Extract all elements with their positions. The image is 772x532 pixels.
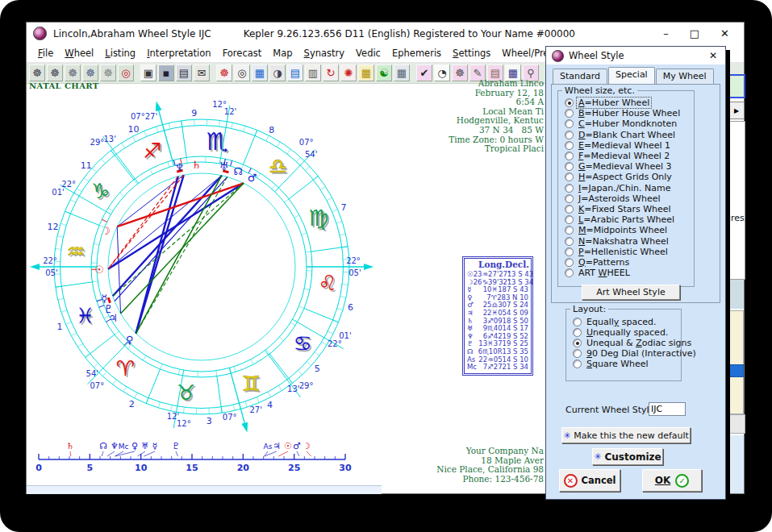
wheel-option-h-aspect-grids-only[interactable]: H=Aspect Grids Only	[558, 172, 694, 182]
menu-ephemeris[interactable]: Ephemeris	[386, 46, 447, 60]
radio-label: N=Nakshatra Wheel	[577, 236, 670, 247]
menu-wheel[interactable]: Wheel	[59, 46, 99, 60]
layout-option-unequally-spaced[interactable]: Unequally spaced.	[566, 327, 681, 338]
title-bar: Lincoln,Abraham Wheel Style IJC Kepler 9…	[27, 23, 744, 44]
dual-screen-icon[interactable]: ▦	[252, 64, 268, 81]
aspect-lines	[108, 175, 244, 333]
wheel-option-n-nakshatra-wheel[interactable]: N=Nakshatra Wheel	[558, 235, 694, 246]
wheel-option-q-patterns[interactable]: Q=Patterns	[558, 257, 694, 268]
contrast-icon[interactable]: ◑	[269, 64, 286, 81]
layout-option-equally-spaced[interactable]: Equally spaced.	[566, 317, 681, 327]
ruler-sun-glyph: ☉	[284, 441, 292, 451]
dial-window-icon[interactable]: ◎	[234, 64, 250, 81]
ruler-node-glyph: ☊	[99, 441, 107, 451]
wheel-option-g-medieval-wheel-3[interactable]: G=Medieval Wheel 3	[558, 161, 694, 172]
export-image-icon[interactable]: ▣	[140, 64, 156, 81]
menu-vedic[interactable]: Vedic	[350, 46, 386, 60]
menu-listing[interactable]: Listing	[99, 46, 141, 60]
wheel-option-e-medieval-wheel-1[interactable]: E=Medieval Wheel 1	[558, 140, 694, 151]
partial-progress-text: gres	[725, 213, 745, 223]
email-icon[interactable]: ✉	[194, 64, 210, 81]
side-panel-footer	[724, 435, 744, 493]
tab-standard[interactable]: Standard	[553, 69, 607, 85]
wheel-option-b-huber-house-wheel[interactable]: B=Huber House Wheel	[558, 108, 694, 118]
svg-text:29°: 29°	[299, 381, 314, 390]
wheel-option-k-fixed-stars-wheel[interactable]: K=Fixed Stars Wheel	[558, 204, 694, 214]
dialog-title: Wheel Style	[569, 50, 624, 61]
radio-label: A=Huber Wheel	[577, 98, 651, 108]
svg-text:5: 5	[315, 364, 320, 374]
menu-interpretation[interactable]: Interpretation	[141, 46, 216, 60]
menu-synastry[interactable]: Synastry	[298, 46, 351, 60]
side-panel-scroll-thumb[interactable]	[728, 364, 744, 377]
radio-label: E=Medieval Wheel 1	[577, 140, 672, 151]
ruler-asc-glyph: As	[264, 443, 273, 451]
layout-option-90-deg-dial-interactive[interactable]: 90 Deg Dial (Interactive)	[566, 348, 681, 359]
wheel-option-c-huber-mondknoten[interactable]: C=Huber Mondknoten	[558, 118, 694, 129]
menu-map[interactable]: Map	[267, 46, 298, 60]
ruler-uranus-glyph: ♅	[141, 441, 149, 451]
wheel-open-icon[interactable]: ☸	[47, 64, 63, 81]
wheel-option-i-japan-chin-name[interactable]: I=Japan./Chin. Name	[558, 183, 694, 193]
cancel-button[interactable]: ✕ Cancel	[559, 469, 620, 492]
ruler-venus-glyph: ♀	[131, 441, 138, 451]
radio-label: M=Midpoints Wheel	[577, 225, 669, 235]
table-header-long: Long.	[478, 260, 505, 271]
horizontal-scrollbar[interactable]	[27, 485, 382, 494]
wheel-option-l-arabic-parts-wheel[interactable]: L=Arabic Parts Wheel	[558, 214, 694, 225]
wheel-option-a-huber-wheel[interactable]: A=Huber Wheel	[558, 98, 694, 108]
svg-text:07°27': 07°27'	[131, 112, 157, 121]
menu-file[interactable]: File	[32, 46, 59, 60]
side-panel-arrow-button[interactable]: ▶	[728, 102, 745, 119]
radio-icon	[565, 172, 574, 181]
svg-text:13': 13'	[103, 135, 115, 143]
pisces-sign-glyph: ♓	[76, 304, 94, 328]
menu-settings[interactable]: Settings	[447, 46, 496, 60]
customize-button[interactable]: ✳ Customize	[592, 448, 663, 465]
ruler-moon-glyph: ☽	[303, 441, 311, 451]
wheel-new-icon[interactable]: ☸	[29, 64, 45, 81]
layout-option-unequal-zodiac-signs[interactable]: Unequal & Zodiac signs	[566, 338, 681, 348]
toolbar-separator	[211, 64, 215, 81]
make-default-button[interactable]: ✳ Make this the new default	[561, 427, 691, 443]
minimize-button[interactable]: –	[663, 27, 669, 39]
layout-group: Layout: Equally spaced.Unequally spaced.…	[565, 309, 682, 381]
wheel-option-p-hellenistic-wheel[interactable]: P=Hellenistic Wheel	[558, 247, 694, 257]
radio-icon	[565, 258, 574, 267]
layout-option-square-wheel[interactable]: Square Wheel	[566, 359, 681, 369]
dialog-close-icon[interactable]: ✕	[709, 50, 717, 61]
radio-label: Square Wheel	[585, 359, 650, 369]
radio-icon	[565, 247, 574, 256]
svg-text:54': 54'	[305, 150, 317, 159]
svg-text:54': 54'	[86, 369, 98, 378]
wheel-edit-icon[interactable]: ☸	[82, 64, 98, 81]
ok-button[interactable]: OK ✓	[642, 469, 702, 492]
current-wheel-style-input[interactable]	[649, 402, 686, 416]
ruler-mars-glyph: ♂	[293, 441, 301, 451]
wheel-option-f-medieval-wheel-2[interactable]: F=Medieval Wheel 2	[558, 151, 694, 161]
wheel-back-icon[interactable]: ☸	[65, 64, 81, 81]
art-wheel-style-button[interactable]: Art Wheel Style	[582, 285, 680, 300]
wheel-view-icon[interactable]: ☸	[100, 64, 116, 81]
tab-my-wheel[interactable]: My Wheel	[656, 69, 714, 85]
radio-icon	[565, 98, 574, 107]
wheel-option-art-wheel[interactable]: ART WHEEL	[558, 268, 694, 278]
wheel-option-j-asteroids-wheel[interactable]: J=Asteroids Wheel	[558, 193, 694, 204]
listing-icon[interactable]: ▤	[287, 64, 303, 81]
close-button[interactable]: ✕	[720, 27, 729, 39]
tab-special[interactable]: Special	[608, 67, 655, 85]
wheel-window-icon[interactable]: ☸	[216, 64, 232, 81]
side-panel-block	[726, 280, 744, 309]
save-icon[interactable]: ▪	[158, 64, 174, 81]
desktop-background: Lincoln,Abraham Wheel Style IJC Kepler 9…	[0, 0, 772, 532]
sagittarius-sign-glyph: ♐	[143, 139, 161, 163]
wheel-option-d-blank-chart-wheel[interactable]: D=Blank Chart Wheel	[558, 130, 694, 140]
menu-forecast[interactable]: Forecast	[217, 46, 268, 60]
side-panel-scroll-track[interactable]	[728, 310, 744, 414]
target-icon[interactable]: ◎	[118, 64, 134, 81]
wheel-option-m-midpoints-wheel[interactable]: M=Midpoints Wheel	[558, 225, 694, 235]
svg-text:12': 12'	[167, 412, 179, 421]
ruler-mc-glyph: Mc	[119, 443, 129, 451]
print-icon[interactable]: ▤	[176, 64, 192, 81]
maximize-button[interactable]: □	[690, 27, 699, 39]
